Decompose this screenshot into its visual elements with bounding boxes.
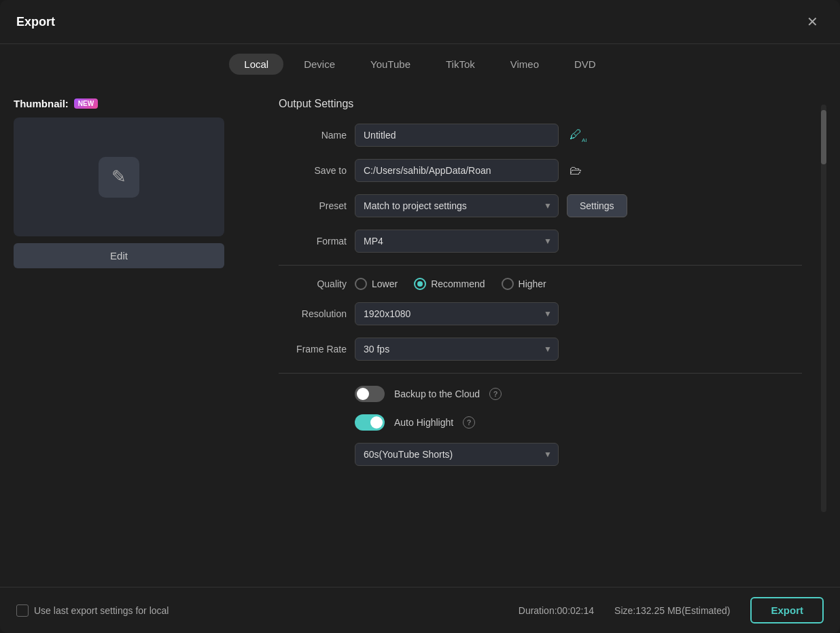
quality-options: Lower Recommend Higher (355, 278, 546, 290)
format-select-wrapper: MP4 ▼ (355, 230, 559, 253)
close-button[interactable]: ✕ (801, 11, 824, 33)
right-panel: Output Settings Name 🖊AI Save to 🗁 Prese… (279, 98, 805, 573)
duration-stat: Duration:00:02:14 (519, 605, 594, 616)
quality-row: Quality Lower Recommend Higher (279, 278, 802, 290)
tab-vimeo[interactable]: Vimeo (495, 54, 554, 75)
main-content: Thumbnail: NEW ✎ Edit Output Settings Na… (0, 84, 840, 587)
thumbnail-icon: ✎ (99, 157, 139, 198)
name-input[interactable] (355, 124, 559, 147)
name-label: Name (279, 130, 347, 141)
save-to-input[interactable] (355, 159, 559, 182)
left-panel: Thumbnail: NEW ✎ Edit (14, 98, 265, 573)
save-to-label: Save to (279, 165, 347, 176)
auto-highlight-label: Auto Highlight (394, 417, 453, 428)
last-settings-checkbox-wrapper[interactable]: Use last export settings for local (16, 604, 169, 617)
quality-label: Quality (279, 278, 347, 289)
highlight-duration-select[interactable]: 60s(YouTube Shorts) (355, 443, 559, 466)
quality-higher-option[interactable]: Higher (502, 278, 546, 290)
format-label: Format (279, 236, 347, 247)
output-settings-title: Output Settings (279, 98, 802, 110)
edit-button[interactable]: Edit (14, 243, 224, 268)
export-button[interactable]: Export (750, 597, 824, 623)
backup-toggle[interactable] (355, 386, 385, 402)
footer: Use last export settings for local Durat… (0, 587, 840, 633)
export-dialog: Export ✕ Local Device YouTube TikTok Vim… (0, 0, 840, 633)
divider-1 (279, 265, 802, 266)
tab-bar: Local Device YouTube TikTok Vimeo DVD (0, 44, 840, 84)
new-badge: NEW (74, 98, 98, 109)
save-to-row: Save to 🗁 (279, 159, 802, 182)
auto-highlight-row: Auto Highlight ? (279, 414, 802, 431)
thumbnail-label: Thumbnail: NEW (14, 98, 98, 109)
footer-right: Duration:00:02:14 Size:132.25 MB(Estimat… (519, 597, 824, 623)
quality-lower-option[interactable]: Lower (355, 278, 398, 290)
quality-lower-label: Lower (372, 278, 398, 289)
tab-dvd[interactable]: DVD (559, 54, 611, 75)
format-select[interactable]: MP4 (355, 230, 559, 253)
thumbnail-preview[interactable]: ✎ (14, 117, 224, 236)
settings-button[interactable]: Settings (567, 194, 627, 217)
frame-rate-select-wrapper: 30 fps ▼ (355, 338, 559, 361)
preset-select[interactable]: Match to project settings (355, 194, 559, 217)
frame-rate-select[interactable]: 30 fps (355, 338, 559, 361)
quality-higher-label: Higher (519, 278, 546, 289)
resolution-row: Resolution 1920x1080 ▼ (279, 302, 802, 325)
tab-local[interactable]: Local (229, 54, 283, 75)
preset-select-wrapper: Match to project settings ▼ (355, 194, 559, 217)
quality-recommend-option[interactable]: Recommend (414, 278, 485, 290)
backup-help-icon[interactable]: ? (489, 388, 502, 400)
auto-highlight-toggle[interactable] (355, 414, 385, 431)
quality-recommend-label: Recommend (431, 278, 485, 289)
tab-tiktok[interactable]: TikTok (431, 54, 490, 75)
last-settings-checkbox[interactable] (16, 604, 29, 617)
last-settings-label: Use last export settings for local (34, 605, 169, 616)
folder-icon[interactable]: 🗁 (570, 164, 582, 178)
preset-label: Preset (279, 200, 347, 211)
scrollbar[interactable] (821, 105, 826, 512)
quality-lower-radio[interactable] (355, 278, 367, 290)
auto-highlight-toggle-knob (370, 416, 383, 429)
name-row: Name 🖊AI (279, 124, 802, 147)
resolution-select[interactable]: 1920x1080 (355, 302, 559, 325)
highlight-duration-row: 60s(YouTube Shorts) ▼ (279, 443, 802, 466)
quality-recommend-radio[interactable] (414, 278, 426, 290)
footer-left: Use last export settings for local (16, 604, 169, 617)
format-row: Format MP4 ▼ (279, 230, 802, 253)
dialog-header: Export ✕ (0, 0, 840, 44)
frame-rate-row: Frame Rate 30 fps ▼ (279, 338, 802, 361)
tab-device[interactable]: Device (289, 54, 350, 75)
ai-icon[interactable]: 🖊AI (570, 128, 587, 143)
backup-label: Backup to the Cloud (394, 388, 480, 399)
resolution-select-wrapper: 1920x1080 ▼ (355, 302, 559, 325)
dialog-title: Export (16, 15, 55, 29)
quality-higher-radio[interactable] (502, 278, 514, 290)
frame-rate-label: Frame Rate (279, 344, 347, 355)
backup-row: Backup to the Cloud ? (279, 386, 802, 402)
preset-row: Preset Match to project settings ▼ Setti… (279, 194, 802, 217)
highlight-duration-wrapper: 60s(YouTube Shorts) ▼ (355, 443, 559, 466)
auto-highlight-help-icon[interactable]: ? (463, 416, 475, 429)
resolution-label: Resolution (279, 308, 347, 319)
size-stat: Size:132.25 MB(Estimated) (614, 605, 730, 616)
backup-toggle-knob (357, 388, 369, 400)
tab-youtube[interactable]: YouTube (355, 54, 425, 75)
divider-2 (279, 373, 802, 374)
